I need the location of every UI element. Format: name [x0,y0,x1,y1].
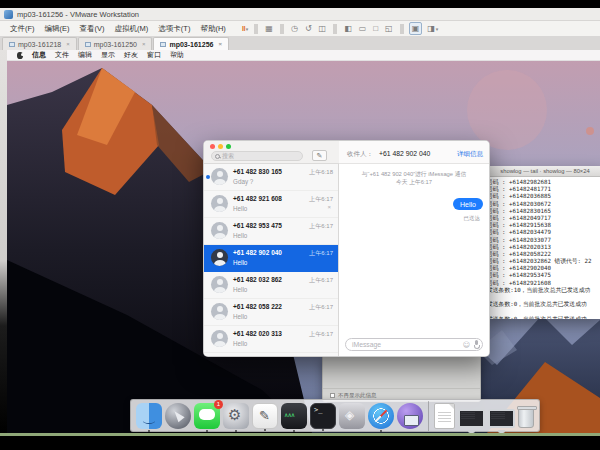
details-link[interactable]: 详细信息 [457,150,483,159]
macos-menubar: 信息文件编辑显示好友窗口帮助 [7,50,600,61]
macos-menu-item[interactable]: 编辑 [78,50,92,60]
document-icon[interactable] [434,403,455,429]
vmware-menu-item[interactable]: 文件(F) [6,23,39,35]
macos-menu-item[interactable]: 信息 [32,50,46,60]
terminal-icon[interactable] [310,403,336,429]
console-view-icon[interactable]: ▣ [409,22,423,35]
textedit-icon[interactable] [252,403,278,429]
vmware-menu-item[interactable]: 虚拟机(M) [111,23,153,35]
apple-menu-icon[interactable] [17,52,23,59]
vmware-menu-item[interactable]: 编辑(E) [41,23,74,35]
zoom-window-button[interactable] [226,144,231,149]
avatar [211,276,228,293]
automator-icon[interactable] [339,403,365,429]
conversation-list-item[interactable]: +61 482 020 313 Hello 上午6:17 [204,326,338,353]
conversation-number: +61 482 032 862 [233,276,282,283]
conversation-number: +61 482 020 313 [233,330,282,337]
vm-tab[interactable]: mp03-161218 × [2,37,77,50]
conversation-number: +61 482 058 222 [233,303,282,310]
vmware-logo-icon [4,10,13,19]
system-preferences-icon[interactable] [223,403,249,429]
video-progress-bar[interactable] [0,433,600,436]
vm-tab[interactable]: mp03-161256 × [153,37,229,50]
vm-tab-label: mp03-161250 [94,41,137,48]
vm-tab[interactable]: mp03-161250 × [78,37,153,50]
vmware-menu-item[interactable]: 帮助(H) [196,23,229,35]
messages-titlebar[interactable]: 搜索 ✎ [204,141,339,164]
terminal-titlebar[interactable]: showlog — tail · showlog — 80×24 [484,166,600,177]
delivery-status: 已送达 [464,215,481,222]
chat-timestamp: 今天 上午6:17 [339,178,489,187]
conversation-list-item[interactable]: +61 482 032 862 Hello 上午6:17 [204,272,338,299]
microphone-icon[interactable] [474,340,478,349]
messages-icon[interactable]: 1 [194,403,220,429]
close-icon[interactable]: × [327,204,331,210]
dock: 1 [130,399,540,432]
tab-close-icon[interactable]: × [66,41,70,47]
activity-monitor-icon[interactable] [281,403,307,429]
trash-icon[interactable] [518,407,534,428]
terminal-window[interactable]: showlog — tail · showlog — 80×24 号码 : +6… [484,166,600,319]
minimized-window-icon[interactable] [488,409,515,428]
conversation-time: 上午6:17 [309,195,333,204]
vmware-menu-item[interactable]: 选项卡(T) [154,23,194,35]
macos-menu-item[interactable]: 显示 [101,50,115,60]
unity-icon[interactable]: ◱ [383,23,395,34]
avatar [211,249,228,266]
conversation-list: +61 482 830 165 Gday ? 上午6:18 +61 482 92… [204,164,339,356]
pause-button-icon[interactable]: ‖▾ [240,23,250,35]
conversation-preview: Hello [233,313,247,320]
safari-icon[interactable] [368,403,394,429]
search-input[interactable]: 搜索 [211,151,303,161]
macos-menu-item[interactable]: 文件 [55,50,69,60]
window-title: mp03-161256 - VMware Workstation [17,10,139,19]
terminal-title: showlog — tail · showlog — 80×24 [500,168,589,174]
toolbar-separator[interactable] [400,24,404,34]
display-settings-icon[interactable]: ◨▾ [425,23,440,35]
conversation-list-item[interactable]: +61 482 902 040 Hello 上午6:17 [204,245,338,272]
emoji-picker-icon[interactable]: ☺ [463,341,470,349]
fullscreen-icon[interactable]: □ [371,23,380,34]
terminal-line: 号码 : +61482033077 [487,237,600,244]
finder-icon[interactable] [136,403,162,429]
macos-menu-item[interactable]: 帮助 [170,50,184,60]
avatar [211,303,228,320]
vmware-tabbar: mp03-161218 × mp03-161250 × mp03-161256 … [0,36,600,50]
macos-menu-item[interactable]: 好友 [124,50,138,60]
tab-close-icon[interactable]: × [142,41,146,47]
snapshot-manager-icon[interactable]: ◫ [317,23,329,34]
conversation-list-item[interactable]: +61 482 830 165 Gday ? 上午6:18 [204,164,338,191]
vmware-menu-item[interactable]: 查看(V) [76,23,109,35]
conversation-list-item[interactable]: +61 482 058 222 Hello 上午6:17 [204,299,338,326]
vmware-titlebar: mp03-161256 - VMware Workstation [0,8,600,21]
screen-sharing-icon[interactable] [397,403,423,429]
ctrl-alt-del-icon[interactable]: ▦ [263,23,275,34]
thumbnail-bar-icon[interactable]: ▭ [357,23,369,34]
toolbar-separator[interactable] [280,24,284,34]
conversation-list-item[interactable]: +61 482 953 475 Hello 上午6:17 [204,218,338,245]
macos-menu-item[interactable]: 窗口 [147,50,161,60]
avatar [211,222,228,239]
conversation-list-item[interactable]: +61 482 032 465 上午6:17 [204,353,338,356]
conversation-preview: Hello [233,340,247,347]
launchpad-icon[interactable] [165,403,191,429]
conversation-number: +61 482 921 608 [233,195,282,202]
close-window-button[interactable] [210,144,215,149]
dock-divider[interactable] [428,401,429,431]
conversation-list-item[interactable]: +61 482 921 608 Hello 上午6:17 × [204,191,338,218]
terminal-line: 号码 : +61482921608 [487,280,600,287]
message-input[interactable]: iMessage ☺ [345,338,483,351]
revert-snapshot-icon[interactable]: ↺ [303,23,314,34]
minimize-window-button[interactable] [218,144,223,149]
show-library-icon[interactable]: ◧ [342,23,354,34]
toolbar-separator[interactable] [254,24,258,34]
traffic-lights [210,144,231,149]
take-snapshot-icon[interactable]: ◷ [289,23,300,34]
toolbar-separator[interactable] [333,24,337,34]
tab-close-icon[interactable]: × [218,41,222,47]
minimized-window-icon[interactable] [458,409,485,428]
notification-badge: 1 [214,400,223,409]
dialog-checkbox[interactable] [330,393,335,398]
compose-button[interactable]: ✎ [312,150,327,161]
message-input-placeholder: iMessage [352,341,463,348]
